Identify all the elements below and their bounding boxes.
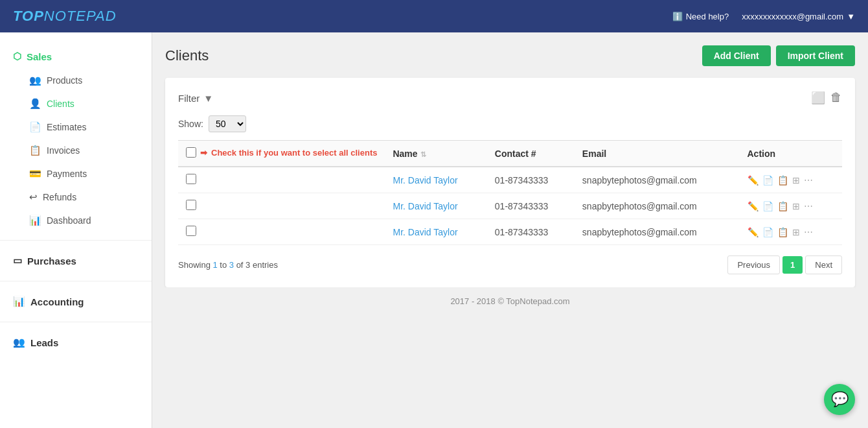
sidebar-purchases-toggle[interactable]: ▭ Purchases bbox=[0, 248, 152, 273]
filter-row: Filter ▼ ⬜ 🗑 bbox=[178, 91, 842, 105]
clients-icon: 👤 bbox=[29, 98, 41, 110]
sidebar-item-invoices[interactable]: 📋 Invoices bbox=[0, 139, 152, 162]
row-name: Mr. David Taylor bbox=[385, 193, 486, 219]
help-link[interactable]: ℹ️ Need help? bbox=[672, 12, 729, 21]
chat-bubble[interactable]: 💬 bbox=[824, 384, 855, 415]
pagination-row: Showing 1 to 3 of 3 entries Previous 1 N… bbox=[178, 256, 842, 274]
select-all-header: ➡ Check this if you want to select all c… bbox=[178, 141, 385, 167]
add-client-button[interactable]: Add Client bbox=[702, 45, 771, 66]
user-email: xxxxxxxxxxxxx@gmail.com bbox=[742, 12, 843, 21]
more-icon[interactable]: ⋯ bbox=[804, 227, 813, 237]
showing-end: 3 bbox=[229, 260, 234, 270]
purchases-label: Purchases bbox=[27, 256, 76, 267]
tooltip-arrow: ➡ bbox=[200, 148, 207, 158]
invoices-icon: 📋 bbox=[29, 145, 41, 156]
sidebar-item-clients[interactable]: 👤 Clients bbox=[0, 92, 152, 115]
logo: TopNotepad bbox=[13, 8, 117, 25]
edit-icon[interactable]: ✏️ bbox=[748, 175, 759, 185]
next-button[interactable]: Next bbox=[805, 256, 842, 274]
edit-icon[interactable]: ✏️ bbox=[748, 201, 759, 211]
current-page[interactable]: 1 bbox=[782, 256, 803, 274]
export-icon[interactable]: ⬜ bbox=[811, 91, 825, 105]
show-select[interactable]: 50 25 100 bbox=[209, 115, 246, 132]
delete-icon[interactable]: 🗑 bbox=[830, 91, 842, 105]
header: TopNotepad ℹ️ Need help? xxxxxxxxxxxxx@g… bbox=[0, 0, 868, 32]
filter-icon: ▼ bbox=[203, 93, 213, 104]
row-contact: 01-87343333 bbox=[487, 193, 575, 219]
show-label: Show: bbox=[178, 119, 203, 129]
grid-icon[interactable]: ⊞ bbox=[792, 227, 800, 237]
client-name-link[interactable]: Mr. David Taylor bbox=[393, 175, 457, 185]
name-sort-icon[interactable]: ⇅ bbox=[420, 150, 426, 158]
sidebar-item-label: Dashboard bbox=[47, 215, 91, 226]
chat-icon: 💬 bbox=[831, 391, 849, 408]
sidebar-item-label: Clients bbox=[47, 99, 74, 109]
grid-icon[interactable]: ⊞ bbox=[792, 175, 800, 185]
main-content: Clients Add Client Import Client Filter … bbox=[152, 32, 868, 428]
client-name-link[interactable]: Mr. David Taylor bbox=[393, 201, 457, 211]
sidebar-accounting-toggle[interactable]: 📊 Accounting bbox=[0, 289, 152, 314]
sidebar-item-refunds[interactable]: ↩ Refunds bbox=[0, 185, 152, 209]
help-icon: ℹ️ bbox=[672, 12, 683, 21]
copy-icon[interactable]: 📋 bbox=[777, 227, 788, 237]
copy-icon[interactable]: 📋 bbox=[777, 201, 788, 211]
table-row: Mr. David Taylor 01-87343333 snapbytepho… bbox=[178, 219, 842, 245]
row-actions: ✏️ 📄 📋 ⊞ ⋯ bbox=[740, 167, 843, 193]
col-action: Action bbox=[740, 141, 843, 167]
sidebar-sales-toggle[interactable]: ⬡ Sales bbox=[0, 44, 152, 69]
row-checkbox-2[interactable] bbox=[186, 226, 196, 236]
table-header-row: ➡ Check this if you want to select all c… bbox=[178, 141, 842, 167]
payments-icon: 💳 bbox=[29, 168, 41, 180]
more-icon[interactable]: ⋯ bbox=[804, 201, 813, 211]
leads-icon: 👥 bbox=[13, 337, 25, 348]
tooltip-text: Check this if you want to select all cli… bbox=[211, 148, 377, 158]
dashboard-icon: 📊 bbox=[29, 215, 41, 226]
row-checkbox-1[interactable] bbox=[186, 200, 196, 210]
row-name: Mr. David Taylor bbox=[385, 167, 486, 193]
document-icon[interactable]: 📄 bbox=[762, 175, 773, 185]
document-icon[interactable]: 📄 bbox=[762, 227, 773, 237]
sidebar-item-label: Products bbox=[47, 75, 82, 86]
footer: 2017 - 2018 © TopNotepad.com bbox=[165, 287, 855, 315]
sidebar-sales-section: ⬡ Sales 👥 Products 👤 Clients 📄 Estimates… bbox=[0, 39, 152, 237]
row-checkbox-0[interactable] bbox=[186, 174, 196, 184]
sidebar-item-dashboard[interactable]: 📊 Dashboard bbox=[0, 209, 152, 232]
previous-button[interactable]: Previous bbox=[727, 256, 780, 274]
clients-card: Filter ▼ ⬜ 🗑 Show: 50 25 100 bbox=[165, 78, 855, 287]
sidebar-item-label: Invoices bbox=[47, 145, 80, 156]
row-checkbox-cell bbox=[178, 219, 385, 245]
accounting-icon: 📊 bbox=[13, 296, 25, 307]
document-icon[interactable]: 📄 bbox=[762, 201, 773, 211]
sidebar-item-payments[interactable]: 💳 Payments bbox=[0, 162, 152, 185]
purchases-icon: ▭ bbox=[13, 255, 22, 267]
filter-text: Filter bbox=[178, 93, 200, 104]
sidebar: ⬡ Sales 👥 Products 👤 Clients 📄 Estimates… bbox=[0, 32, 152, 428]
client-name-link[interactable]: Mr. David Taylor bbox=[393, 227, 457, 237]
sidebar-item-label: Payments bbox=[47, 169, 87, 179]
leads-label: Leads bbox=[30, 337, 58, 348]
sidebar-accounting-section: 📊 Accounting bbox=[0, 284, 152, 319]
estimates-icon: 📄 bbox=[29, 121, 41, 133]
showing-prefix: Showing bbox=[178, 260, 212, 270]
import-client-button[interactable]: Import Client bbox=[776, 45, 855, 66]
dropdown-icon: ▼ bbox=[847, 12, 855, 21]
row-email: snapbytephotos@gmail.com bbox=[575, 219, 740, 245]
layout: ⬡ Sales 👥 Products 👤 Clients 📄 Estimates… bbox=[0, 32, 868, 428]
sidebar-leads-toggle[interactable]: 👥 Leads bbox=[0, 330, 152, 355]
sidebar-item-estimates[interactable]: 📄 Estimates bbox=[0, 115, 152, 139]
more-icon[interactable]: ⋯ bbox=[804, 175, 813, 185]
page-title: Clients bbox=[165, 47, 209, 64]
table-row: Mr. David Taylor 01-87343333 snapbytepho… bbox=[178, 167, 842, 193]
user-menu[interactable]: xxxxxxxxxxxxx@gmail.com ▼ bbox=[742, 12, 855, 21]
showing-suffix: of 3 entries bbox=[234, 260, 278, 270]
sidebar-item-products[interactable]: 👥 Products bbox=[0, 69, 152, 92]
grid-icon[interactable]: ⊞ bbox=[792, 201, 800, 211]
filter-label: Filter ▼ bbox=[178, 93, 213, 104]
edit-icon[interactable]: ✏️ bbox=[748, 227, 759, 237]
accounting-label: Accounting bbox=[30, 296, 84, 307]
row-contact: 01-87343333 bbox=[487, 219, 575, 245]
layers-icon: ⬡ bbox=[13, 51, 21, 62]
select-all-checkbox[interactable] bbox=[186, 147, 196, 158]
show-row: Show: 50 25 100 bbox=[178, 115, 842, 132]
copy-icon[interactable]: 📋 bbox=[777, 175, 788, 185]
